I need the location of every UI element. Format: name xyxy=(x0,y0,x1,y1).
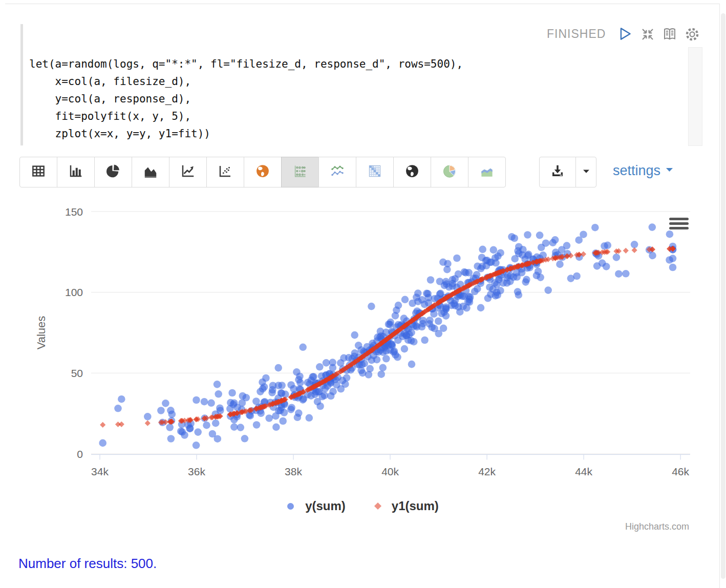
chart-type-button-table[interactable] xyxy=(19,157,57,187)
notebook-icon[interactable] xyxy=(660,25,679,44)
download-icon xyxy=(550,163,565,181)
chart-type-button-pie-chart-color[interactable] xyxy=(431,157,468,187)
chart-type-button-line-chart[interactable] xyxy=(169,157,207,187)
menu-bar xyxy=(669,222,689,225)
pie-chart-icon xyxy=(105,163,121,181)
dot-grid-icon xyxy=(292,163,308,181)
chart-type-button-globe-dark[interactable] xyxy=(393,157,431,187)
legend-circle-marker xyxy=(287,503,294,510)
chart-legend: y(sum) y1(sum) xyxy=(0,499,726,513)
globe-orange-icon xyxy=(255,163,270,181)
globe-dark-icon xyxy=(404,163,420,181)
menu-bar xyxy=(669,218,689,220)
table-icon xyxy=(31,163,46,181)
svg-text:0: 0 xyxy=(77,448,83,460)
chart-type-button-globe-orange[interactable] xyxy=(244,157,282,187)
highcharts-credits-link[interactable]: Highcharts.com xyxy=(625,521,689,532)
heatmap-icon xyxy=(367,163,382,181)
chart-type-button-dot-grid[interactable] xyxy=(281,157,319,187)
legend-item-y1-sum[interactable]: y1(sum) xyxy=(375,499,439,513)
code-editor-scrollbar[interactable] xyxy=(688,47,702,146)
settings-label: settings xyxy=(613,163,660,179)
line-chart-icon xyxy=(180,163,196,181)
svg-text:36k: 36k xyxy=(188,466,205,477)
scatter-chart[interactable]: 05010015034k36k38k40k42k44k46kValues xyxy=(0,205,726,499)
paragraph-top-border xyxy=(5,4,720,4)
legend-diamond-marker xyxy=(374,502,381,510)
area-chart-icon xyxy=(143,163,158,181)
run-paragraph-icon[interactable] xyxy=(615,25,634,43)
chart-type-button-multi-line-chart[interactable] xyxy=(318,157,356,187)
area-chart-color-icon xyxy=(479,163,495,181)
svg-text:50: 50 xyxy=(71,367,83,379)
gear-icon[interactable] xyxy=(683,25,701,44)
chart-type-button-bar-chart[interactable] xyxy=(57,157,95,187)
svg-text:34k: 34k xyxy=(91,466,109,477)
legend-label: y(sum) xyxy=(305,499,346,513)
svg-text:44k: 44k xyxy=(575,466,592,477)
chart-type-button-heatmap[interactable] xyxy=(356,157,394,187)
multi-line-chart-icon xyxy=(330,163,345,181)
settings-caret-icon xyxy=(664,163,675,179)
bar-chart-icon xyxy=(68,163,83,181)
svg-text:42k: 42k xyxy=(478,466,496,477)
menu-bar xyxy=(669,227,689,229)
svg-text:46k: 46k xyxy=(672,466,689,477)
code-block-gutter xyxy=(20,24,23,145)
paragraph-status: FINISHED xyxy=(547,27,606,41)
svg-text:150: 150 xyxy=(65,206,83,218)
svg-text:40k: 40k xyxy=(381,466,399,477)
legend-label: y1(sum) xyxy=(392,499,439,513)
settings-dropdown[interactable]: settings xyxy=(613,163,675,179)
chart-type-button-scatter-plot[interactable] xyxy=(206,157,244,187)
chart-type-button-pie-chart[interactable] xyxy=(94,157,132,187)
svg-text:Values: Values xyxy=(35,316,48,350)
chart-type-toolbar xyxy=(19,157,506,187)
chart-type-button-area-chart-color[interactable] xyxy=(468,157,506,187)
caret-down-icon xyxy=(580,164,593,180)
pie-chart-color-icon xyxy=(442,163,457,181)
download-button[interactable] xyxy=(539,157,576,187)
svg-text:100: 100 xyxy=(65,286,83,298)
code-editor[interactable]: let(a=random(logs, q="*:*", fl="filesize… xyxy=(29,55,463,142)
chart-type-button-area-chart[interactable] xyxy=(132,157,169,187)
scatter-plot-icon xyxy=(218,163,233,181)
legend-item-y-sum[interactable]: y(sum) xyxy=(287,499,346,513)
download-options-button[interactable] xyxy=(575,157,596,187)
chart-context-menu-button[interactable] xyxy=(669,218,689,232)
collapse-icon[interactable] xyxy=(638,25,657,44)
svg-text:38k: 38k xyxy=(285,466,302,477)
results-count-text: Number of results: 500. xyxy=(18,556,157,572)
download-group xyxy=(539,157,596,187)
